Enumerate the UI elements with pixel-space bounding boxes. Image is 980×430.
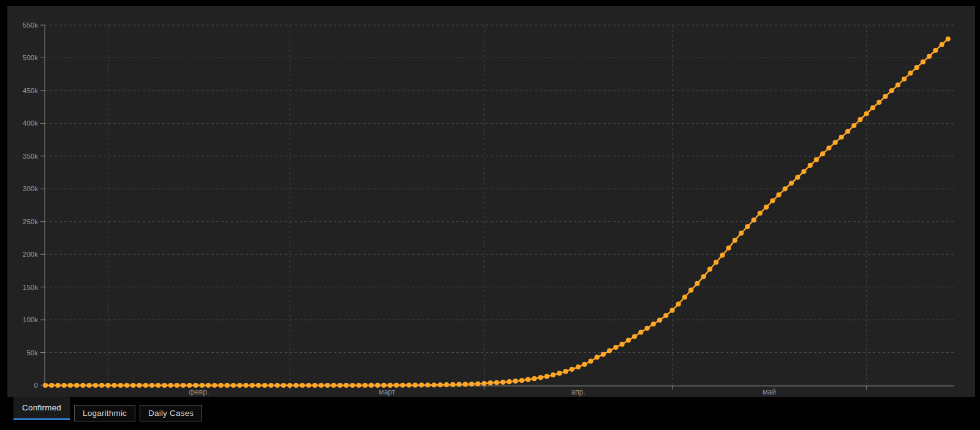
data-point[interactable] <box>225 383 230 388</box>
data-point[interactable] <box>946 36 951 41</box>
data-point[interactable] <box>620 342 625 347</box>
data-point[interactable] <box>475 381 480 386</box>
data-point[interactable] <box>149 383 154 388</box>
data-point[interactable] <box>162 383 167 388</box>
data-point[interactable] <box>876 100 881 105</box>
data-point[interactable] <box>175 383 179 388</box>
data-point[interactable] <box>858 117 862 122</box>
data-point[interactable] <box>99 383 104 388</box>
data-point[interactable] <box>814 157 819 162</box>
data-point[interactable] <box>137 383 141 388</box>
data-point[interactable] <box>745 224 750 229</box>
data-point[interactable] <box>570 367 575 372</box>
data-point[interactable] <box>80 383 85 388</box>
data-point[interactable] <box>632 334 637 339</box>
data-point[interactable] <box>682 295 687 300</box>
data-point[interactable] <box>187 383 192 388</box>
data-point[interactable] <box>306 383 311 388</box>
data-point[interactable] <box>776 192 781 197</box>
tab-confirmed[interactable]: Confirmed <box>13 397 70 420</box>
data-point[interactable] <box>256 383 261 388</box>
data-point[interactable] <box>237 383 242 388</box>
data-point[interactable] <box>545 374 549 379</box>
data-point[interactable] <box>519 378 524 383</box>
data-point[interactable] <box>494 380 499 385</box>
data-point[interactable] <box>726 246 731 251</box>
data-point[interactable] <box>325 383 330 388</box>
data-point[interactable] <box>870 105 875 110</box>
data-point[interactable] <box>758 211 763 216</box>
data-point[interactable] <box>250 383 255 388</box>
data-point[interactable] <box>356 383 361 388</box>
data-point[interactable] <box>143 383 148 388</box>
data-point[interactable] <box>206 383 211 388</box>
data-point[interactable] <box>626 338 631 343</box>
data-point[interactable] <box>124 383 129 388</box>
data-point[interactable] <box>444 382 449 387</box>
data-point[interactable] <box>826 146 831 151</box>
data-point[interactable] <box>895 83 900 88</box>
data-point[interactable] <box>55 383 60 388</box>
data-point[interactable] <box>808 163 813 168</box>
data-point[interactable] <box>607 349 612 353</box>
data-point[interactable] <box>369 383 374 388</box>
data-point[interactable] <box>456 382 461 387</box>
data-point[interactable] <box>551 372 556 377</box>
data-point[interactable] <box>845 129 850 134</box>
data-point[interactable] <box>300 383 305 388</box>
data-point[interactable] <box>438 382 443 387</box>
data-point[interactable] <box>902 77 907 81</box>
data-point[interactable] <box>68 383 73 388</box>
data-point[interactable] <box>262 383 267 388</box>
data-point[interactable] <box>833 140 838 145</box>
data-point[interactable] <box>394 383 399 388</box>
data-point[interactable] <box>350 383 355 388</box>
data-point[interactable] <box>663 313 668 318</box>
data-point[interactable] <box>557 371 562 375</box>
data-point[interactable] <box>908 70 913 75</box>
data-point[interactable] <box>883 94 888 99</box>
data-point[interactable] <box>864 111 869 116</box>
data-point[interactable] <box>676 301 681 306</box>
data-point[interactable] <box>407 383 412 388</box>
data-point[interactable] <box>513 379 518 383</box>
data-point[interactable] <box>645 326 650 331</box>
data-point[interactable] <box>337 383 342 388</box>
data-point[interactable] <box>795 175 800 179</box>
data-point[interactable] <box>933 48 938 53</box>
data-point[interactable] <box>243 383 248 388</box>
data-point[interactable] <box>181 383 186 388</box>
data-point[interactable] <box>927 54 932 59</box>
data-point[interactable] <box>62 383 67 388</box>
data-point[interactable] <box>413 383 418 388</box>
data-point[interactable] <box>688 288 693 293</box>
data-point[interactable] <box>820 151 825 156</box>
data-point[interactable] <box>752 217 756 222</box>
data-point[interactable] <box>118 383 123 388</box>
tab-logarithmic[interactable]: Logarithmic <box>74 405 135 421</box>
data-point[interactable] <box>87 383 92 388</box>
data-point[interactable] <box>450 382 455 387</box>
data-point[interactable] <box>851 123 856 128</box>
data-point[interactable] <box>318 383 323 388</box>
data-point[interactable] <box>669 308 674 313</box>
data-point[interactable] <box>93 383 98 388</box>
data-point[interactable] <box>419 383 424 388</box>
data-point[interactable] <box>507 379 511 384</box>
data-point[interactable] <box>400 383 405 388</box>
data-point[interactable] <box>488 380 493 385</box>
data-point[interactable] <box>194 383 198 388</box>
data-point[interactable] <box>74 383 79 388</box>
data-point[interactable] <box>344 383 349 388</box>
data-point[interactable] <box>481 381 486 386</box>
data-point[interactable] <box>538 375 543 380</box>
data-point[interactable] <box>526 377 530 382</box>
data-point[interactable] <box>231 383 236 388</box>
data-point[interactable] <box>601 352 606 357</box>
data-point[interactable] <box>789 181 794 186</box>
data-point[interactable] <box>200 383 205 388</box>
tab-daily-cases[interactable]: Daily Cases <box>140 405 202 421</box>
data-point[interactable] <box>889 88 894 93</box>
data-point[interactable] <box>914 65 919 70</box>
data-point[interactable] <box>219 383 224 388</box>
